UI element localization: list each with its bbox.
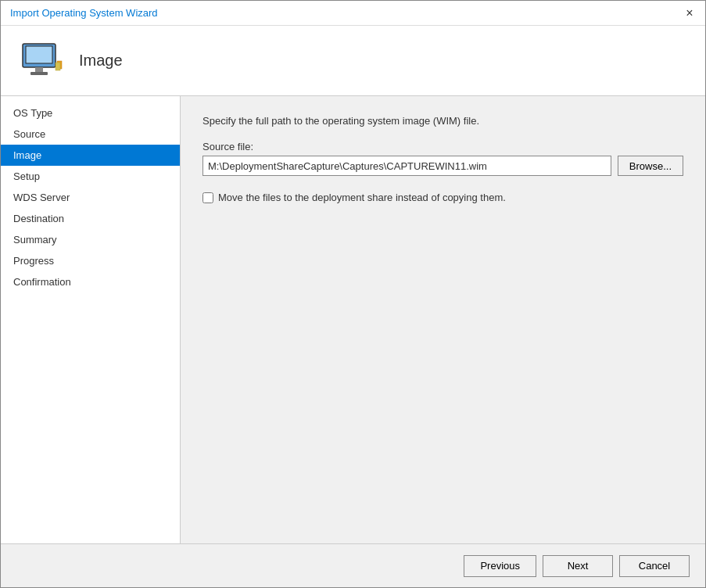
sidebar: OS Type Source Image Setup WDS Server De… <box>1 96 181 543</box>
previous-button[interactable]: Previous <box>464 555 536 577</box>
sidebar-item-wds-server[interactable]: WDS Server <box>1 187 180 208</box>
move-files-checkbox-row: Move the files to the deployment share i… <box>202 192 683 203</box>
svg-rect-2 <box>35 67 43 72</box>
title-bar: Import Operating System Wizard × <box>1 1 705 26</box>
source-file-input[interactable] <box>202 156 611 176</box>
sidebar-item-image[interactable]: Image <box>1 145 180 166</box>
source-file-group: Source file: Browse... <box>202 141 683 176</box>
svg-rect-1 <box>26 46 52 63</box>
instruction-text: Specify the full path to the operating s… <box>202 115 683 127</box>
svg-rect-3 <box>30 72 48 75</box>
computer-icon <box>20 39 63 83</box>
cancel-button[interactable]: Cancel <box>619 555 690 577</box>
browse-button[interactable]: Browse... <box>618 156 683 176</box>
next-button[interactable]: Next <box>543 555 613 577</box>
move-files-label: Move the files to the deployment share i… <box>218 192 506 203</box>
svg-rect-5 <box>56 63 60 70</box>
sidebar-item-confirmation[interactable]: Confirmation <box>1 271 180 292</box>
content-area: OS Type Source Image Setup WDS Server De… <box>1 96 705 543</box>
sidebar-item-os-type[interactable]: OS Type <box>1 102 180 124</box>
page-title: Image <box>79 52 123 70</box>
main-panel: Specify the full path to the operating s… <box>181 96 705 543</box>
sidebar-item-destination[interactable]: Destination <box>1 208 180 229</box>
move-files-checkbox[interactable] <box>202 192 213 203</box>
sidebar-item-summary[interactable]: Summary <box>1 229 180 250</box>
header-area: Image <box>1 26 705 96</box>
wizard-window: Import Operating System Wizard × Image <box>0 0 706 588</box>
footer-area: Previous Next Cancel <box>1 543 705 587</box>
sidebar-item-setup[interactable]: Setup <box>1 166 180 187</box>
sidebar-item-progress[interactable]: Progress <box>1 250 180 271</box>
source-file-label: Source file: <box>202 141 683 152</box>
header-icon-area <box>16 36 66 86</box>
sidebar-item-source[interactable]: Source <box>1 124 180 145</box>
source-file-input-row: Browse... <box>202 156 683 176</box>
window-title: Import Operating System Wizard <box>10 7 158 19</box>
close-button[interactable]: × <box>680 4 699 23</box>
